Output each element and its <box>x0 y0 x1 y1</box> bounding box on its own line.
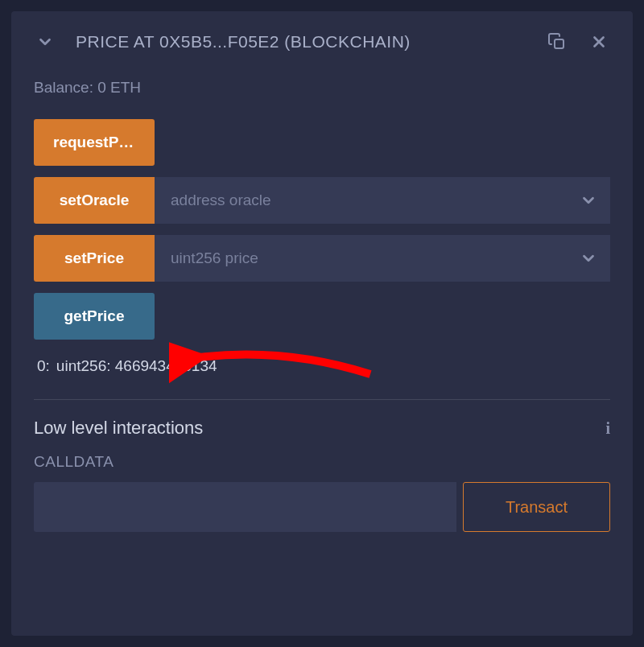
result-index: 0: <box>37 357 50 375</box>
set-price-row: setPrice <box>34 235 610 282</box>
transact-row: Transact <box>34 482 610 532</box>
request-price-button[interactable]: requestPri... <box>34 119 155 166</box>
transact-button[interactable]: Transact <box>463 482 610 532</box>
panel-title: PRICE AT 0X5B5...F05E2 (BLOCKCHAIN) <box>76 32 526 52</box>
low-level-header: Low level interactions i <box>34 418 610 439</box>
panel-header: PRICE AT 0X5B5...F05E2 (BLOCKCHAIN) <box>34 31 610 53</box>
chevron-down-icon[interactable] <box>580 192 597 209</box>
calldata-label: CALLDATA <box>34 453 610 471</box>
svg-rect-0 <box>555 39 564 48</box>
set-oracle-input[interactable] <box>155 177 610 224</box>
result-row: 0: uint256: 466943456134 <box>37 357 610 375</box>
calldata-input[interactable] <box>34 482 456 532</box>
chevron-down-icon[interactable] <box>580 249 597 267</box>
get-price-button[interactable]: getPrice <box>34 293 155 340</box>
get-price-row: getPrice <box>34 293 610 340</box>
request-price-row: requestPri... <box>34 119 610 166</box>
set-price-button[interactable]: setPrice <box>34 235 155 282</box>
result-value: uint256: 466943456134 <box>56 357 217 375</box>
contract-panel: PRICE AT 0X5B5...F05E2 (BLOCKCHAIN) Bala… <box>11 11 633 636</box>
set-oracle-button[interactable]: setOracle <box>34 177 155 224</box>
set-oracle-row: setOracle <box>34 177 610 224</box>
close-icon[interactable] <box>588 31 610 53</box>
balance-label: Balance: 0 ETH <box>34 79 610 97</box>
divider <box>34 399 610 400</box>
copy-icon[interactable] <box>546 31 568 53</box>
set-price-input[interactable] <box>155 235 610 282</box>
chevron-down-icon[interactable] <box>34 31 56 53</box>
low-level-title: Low level interactions <box>34 418 203 439</box>
info-icon[interactable]: i <box>605 419 610 438</box>
